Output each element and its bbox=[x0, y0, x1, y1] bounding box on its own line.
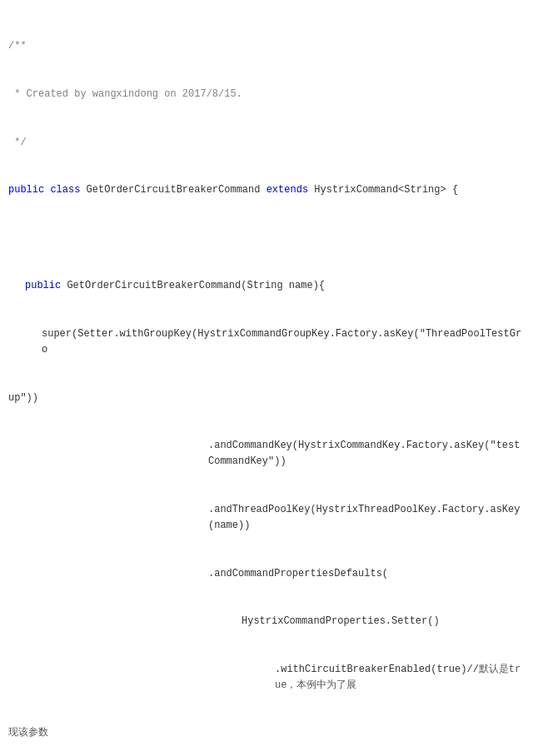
line-9: .andCommandPropertiesDefaults( bbox=[8, 566, 525, 582]
line-5: public GetOrderCircuitBreakerCommand(Str… bbox=[8, 278, 525, 294]
line-3: */ bbox=[8, 135, 525, 151]
line-6b: up")) bbox=[8, 390, 525, 406]
line-6: super(Setter.withGroupKey(HystrixCommand… bbox=[8, 326, 525, 358]
code-editor: /** * Created by wangxindong on 2017/8/1… bbox=[8, 7, 525, 756]
line-blank-1 bbox=[8, 231, 525, 246]
line-1: /** bbox=[8, 38, 525, 54]
line-4: public class GetOrderCircuitBreakerComma… bbox=[8, 182, 525, 198]
line-7: .andCommandKey(HystrixCommandKey.Factory… bbox=[8, 438, 525, 470]
line-10: HystrixCommandProperties.Setter() bbox=[8, 614, 525, 629]
line-11: .withCircuitBreakerEnabled(true)//默认是tru… bbox=[8, 662, 525, 694]
line-8: .andThreadPoolKey(HystrixThreadPoolKey.F… bbox=[8, 502, 525, 534]
line-2: * Created by wangxindong on 2017/8/15. bbox=[8, 87, 525, 102]
line-11b: 现该参数 bbox=[8, 725, 525, 741]
